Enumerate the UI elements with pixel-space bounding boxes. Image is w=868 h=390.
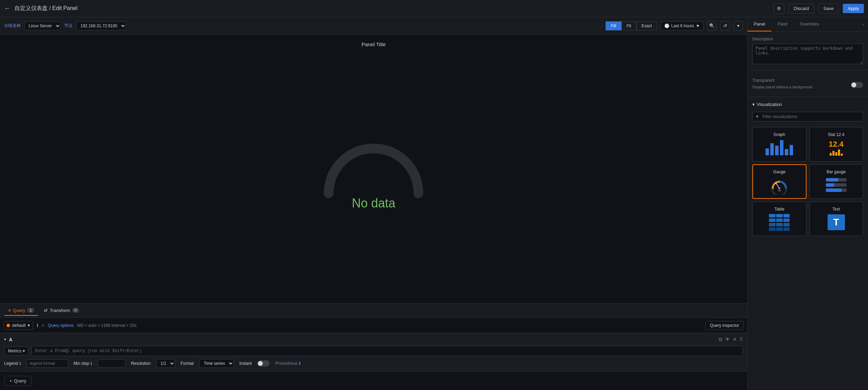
settings-button[interactable]: ⚙ bbox=[773, 3, 784, 14]
gauge-mini-svg: 79 bbox=[769, 176, 790, 195]
legend-info-icon[interactable]: ℹ bbox=[19, 361, 21, 366]
viz-card-bar-gauge[interactable]: Bar gauge bbox=[809, 164, 864, 199]
viz-icon-stat: 12.4 bbox=[826, 139, 847, 156]
tm-r2c2 bbox=[776, 223, 783, 226]
query-tabs: ≡ Query 1 ⇄ Transform 0 bbox=[0, 303, 747, 318]
fill-fit-exact-group: Fill Fit Exact bbox=[606, 21, 657, 30]
drag-icon[interactable]: ⠿ bbox=[740, 337, 743, 342]
node-select[interactable]: 192.168.31.72:9100 bbox=[76, 21, 126, 30]
transparent-row: Transparent Display panel without a back… bbox=[752, 78, 863, 92]
viz-icon-bar-gauge bbox=[826, 176, 847, 194]
viz-card-stat[interactable]: Stat 12.4 12.4 bbox=[809, 127, 864, 162]
spark-1 bbox=[830, 153, 832, 156]
viz-icon-table bbox=[769, 214, 790, 231]
datasource-select[interactable]: default ▾ bbox=[3, 321, 33, 330]
tab-transform[interactable]: ⇄ Transform 0 bbox=[40, 306, 83, 316]
eye-icon[interactable]: 👁 bbox=[725, 337, 730, 342]
viz-card-table[interactable]: Table bbox=[752, 202, 807, 236]
top-bar: ← 自定义仪表盘 / Edit Panel ⚙ Discard Save App… bbox=[0, 0, 868, 17]
bar-3 bbox=[775, 146, 779, 155]
visualization-section-header[interactable]: ▾ Visualization bbox=[748, 97, 868, 109]
add-query-plus-icon: + bbox=[9, 378, 12, 383]
transparent-toggle[interactable] bbox=[851, 82, 863, 88]
tab-overrides[interactable]: Overrides bbox=[793, 17, 825, 31]
minstep-info-icon[interactable]: ℹ bbox=[90, 361, 92, 366]
toggle-thumb bbox=[258, 361, 263, 366]
instant-label: Instant bbox=[239, 361, 252, 366]
query-collapse-arrow[interactable]: ▾ bbox=[4, 337, 6, 342]
bar-6 bbox=[790, 145, 793, 155]
prometheus-info-icon[interactable]: ℹ bbox=[299, 361, 301, 366]
back-button[interactable]: ← bbox=[4, 5, 10, 12]
right-panel: Panel Field Overrides › Description Tran… bbox=[747, 17, 868, 390]
instant-toggle[interactable] bbox=[257, 360, 270, 367]
table-mini bbox=[769, 214, 790, 231]
discard-button[interactable]: Discard bbox=[789, 3, 814, 13]
refresh-icon: ↺ bbox=[723, 23, 727, 28]
viz-label-graph: Graph bbox=[774, 132, 785, 137]
transparent-label: Transparent bbox=[752, 78, 813, 83]
tm-r1c1 bbox=[769, 218, 775, 222]
viz-icon-text: T bbox=[826, 214, 847, 231]
exact-button[interactable]: Exact bbox=[636, 21, 657, 30]
save-button[interactable]: Save bbox=[818, 3, 839, 13]
datasource-info-icon[interactable]: ℹ bbox=[37, 323, 38, 328]
bar-2 bbox=[770, 143, 774, 155]
resolution-select[interactable]: 1/1 bbox=[156, 359, 175, 368]
zoom-button[interactable]: 🔍 bbox=[707, 21, 717, 31]
tm-r1c3 bbox=[783, 218, 790, 222]
minstep-input[interactable] bbox=[98, 359, 125, 368]
tab-panel[interactable]: Panel bbox=[748, 17, 771, 31]
format-select[interactable]: Time series bbox=[199, 359, 234, 368]
tm-r2c3 bbox=[783, 223, 790, 226]
minstep-label: Min step ℹ bbox=[74, 361, 92, 366]
delete-icon[interactable]: ✕ bbox=[733, 337, 737, 342]
query-inspector-button[interactable]: Query inspector bbox=[705, 321, 744, 330]
visualization-label: Visualization bbox=[757, 102, 782, 107]
more-button[interactable]: ▾ bbox=[733, 21, 743, 31]
transform-count-badge: 0 bbox=[72, 308, 79, 313]
copy-icon[interactable]: ⧉ bbox=[719, 337, 722, 342]
stat-number: 12.4 bbox=[829, 140, 843, 149]
page-title: 自定义仪表盘 / Edit Panel bbox=[15, 5, 77, 12]
group-select[interactable]: Linux Server bbox=[24, 21, 61, 30]
bar-5 bbox=[785, 149, 788, 155]
viz-card-text[interactable]: Text T bbox=[809, 202, 864, 236]
viz-card-graph[interactable]: Graph bbox=[752, 127, 807, 162]
tm-r3c3 bbox=[783, 227, 790, 231]
text-display: T bbox=[828, 214, 845, 230]
right-tabs-arrow[interactable]: › bbox=[858, 17, 868, 31]
viz-filter-input[interactable] bbox=[752, 112, 863, 121]
tm-r2c1 bbox=[769, 223, 775, 226]
add-query-row: + Query bbox=[0, 372, 747, 390]
viz-collapse-icon: ▾ bbox=[752, 102, 755, 107]
promql-input[interactable] bbox=[31, 346, 743, 356]
viz-filter: ▼ bbox=[748, 109, 868, 124]
query-count-badge: 1 bbox=[27, 308, 34, 313]
legend-input[interactable] bbox=[27, 359, 68, 368]
query-options-link[interactable]: Query options bbox=[48, 323, 74, 328]
gauge-svg bbox=[318, 131, 429, 207]
node-label: 节点 bbox=[64, 23, 73, 29]
tm-row-2 bbox=[769, 223, 790, 226]
add-query-button[interactable]: + Query bbox=[4, 376, 31, 386]
more-icon: ▾ bbox=[737, 23, 740, 28]
tab-query[interactable]: ≡ Query 1 bbox=[4, 306, 38, 316]
apply-button[interactable]: Apply bbox=[843, 4, 864, 13]
tab-field[interactable]: Field bbox=[771, 17, 793, 31]
viz-label-bar-gauge: Bar gauge bbox=[827, 169, 846, 174]
datasource-dropdown-icon: ▾ bbox=[28, 323, 30, 328]
metrics-button[interactable]: Metrics ▾ bbox=[4, 347, 29, 355]
main-layout: 分组名称 Linux Server 节点 192.168.31.72:9100 … bbox=[0, 17, 868, 390]
time-range-button[interactable]: 🕐 Last 6 hours ▼ bbox=[660, 21, 704, 30]
fit-button[interactable]: Fit bbox=[621, 21, 636, 30]
no-data-text: No data bbox=[352, 196, 395, 211]
time-icon: 🕐 bbox=[664, 23, 669, 28]
tm-r3c1 bbox=[769, 227, 775, 231]
refresh-button[interactable]: ↺ bbox=[720, 21, 730, 31]
fill-button[interactable]: Fill bbox=[606, 21, 621, 30]
bg-row-2 bbox=[826, 183, 847, 187]
viz-card-gauge[interactable]: Gauge 79 bbox=[752, 164, 807, 199]
description-textarea[interactable] bbox=[752, 43, 863, 64]
tm-h3 bbox=[783, 214, 790, 217]
